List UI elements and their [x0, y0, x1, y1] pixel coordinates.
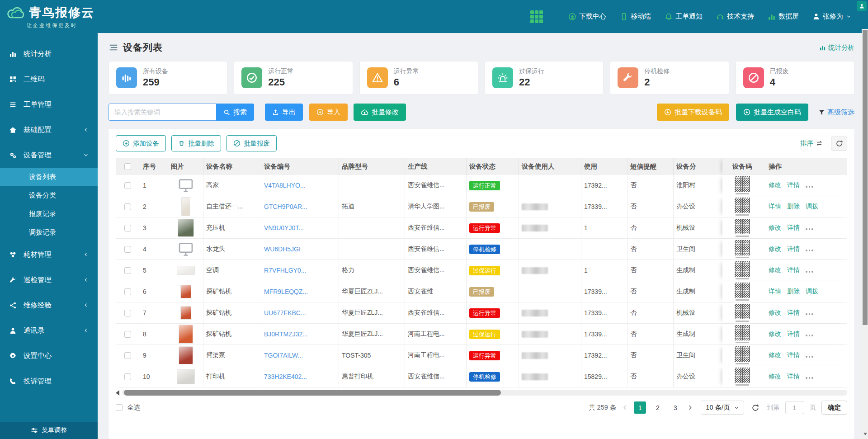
- page-button-1[interactable]: 1: [634, 401, 646, 414]
- action-edit-link[interactable]: 修改: [769, 351, 781, 359]
- action-more-button[interactable]: [806, 311, 813, 315]
- vertical-scrollbar[interactable]: [862, 29, 868, 439]
- action-detail-link[interactable]: 详情: [769, 288, 781, 296]
- row-checkbox[interactable]: [124, 182, 131, 189]
- row-checkbox[interactable]: [124, 225, 131, 231]
- action-more-button[interactable]: [806, 332, 813, 336]
- export-button[interactable]: 导出: [265, 104, 303, 121]
- row-checkbox[interactable]: [124, 352, 131, 359]
- action-edit-link[interactable]: 修改: [769, 266, 781, 274]
- confirm-button[interactable]: 确定: [821, 401, 847, 415]
- row-checkbox[interactable]: [124, 246, 131, 253]
- action-detail-link[interactable]: 详情: [769, 203, 781, 211]
- page-size-select[interactable]: 10 条/页: [701, 401, 744, 415]
- batch-scrap-button[interactable]: 批量报废: [226, 135, 277, 151]
- goto-page-input[interactable]: [785, 401, 804, 414]
- sidebar-item-stats[interactable]: 统计分析: [0, 41, 98, 66]
- sidebar-subitem-调拨记录[interactable]: 调拨记录: [0, 223, 98, 242]
- sidebar-item-experience[interactable]: 维修经验: [0, 293, 98, 318]
- header-nav-mobile[interactable]: 移动端: [620, 12, 651, 21]
- batch-delete-button[interactable]: 批量删除: [171, 135, 221, 151]
- action-detail-link[interactable]: 详情: [787, 330, 800, 338]
- action-delete-link[interactable]: 删除: [787, 203, 800, 211]
- action-edit-link[interactable]: 修改: [769, 373, 781, 381]
- page-button-2[interactable]: 2: [651, 401, 664, 414]
- batch-download-codes-button[interactable]: 批量下载设备码: [657, 104, 729, 121]
- horizontal-scrollbar-thumb[interactable]: [124, 390, 501, 396]
- qr-code-image[interactable]: [735, 283, 750, 301]
- qr-code-image[interactable]: [735, 304, 750, 322]
- action-edit-link[interactable]: 修改: [769, 224, 781, 232]
- action-more-button[interactable]: [806, 268, 813, 273]
- device-code-link[interactable]: VN9U0YJ0T...: [264, 224, 304, 231]
- qr-code-image[interactable]: [735, 346, 750, 364]
- action-detail-link[interactable]: 详情: [787, 309, 800, 317]
- device-code-link[interactable]: 733H2KE402...: [264, 373, 307, 380]
- scroll-left-arrow[interactable]: [116, 390, 119, 396]
- header-nav-order-notify[interactable]: 工单通知: [665, 12, 703, 21]
- scroll-down-arrow[interactable]: [863, 433, 867, 435]
- batch-generate-codes-button[interactable]: 批量生成空白码: [736, 104, 808, 121]
- search-button[interactable]: 搜索: [216, 104, 254, 121]
- device-code-link[interactable]: MFR9LEQQZ...: [264, 288, 308, 295]
- device-code-link[interactable]: TGOI7AILW...: [264, 352, 303, 359]
- qr-code-image[interactable]: [735, 368, 750, 386]
- action-edit-link[interactable]: 修改: [769, 330, 781, 338]
- refresh-pager-button[interactable]: [751, 404, 760, 412]
- row-checkbox[interactable]: [124, 373, 131, 380]
- row-checkbox[interactable]: [124, 203, 131, 210]
- row-checkbox[interactable]: [124, 331, 131, 338]
- sidebar-subitem-报废记录[interactable]: 报废记录: [0, 205, 98, 223]
- qr-code-image[interactable]: [735, 240, 750, 258]
- select-all-checkbox[interactable]: [116, 404, 123, 411]
- sidebar-item-orders[interactable]: 工单管理: [0, 92, 98, 117]
- device-code-link[interactable]: GTCH9P0AR...: [264, 203, 307, 210]
- sidebar-menu-adjust[interactable]: 菜单调整: [0, 422, 98, 439]
- action-edit-link[interactable]: 修改: [769, 245, 781, 253]
- sidebar-item-consumables[interactable]: 耗材管理: [0, 242, 98, 267]
- action-detail-link[interactable]: 详情: [787, 373, 800, 381]
- action-transfer-link[interactable]: 调拨: [806, 203, 818, 211]
- row-checkbox[interactable]: [124, 267, 131, 274]
- header-nav-download-center[interactable]: 下载中心: [568, 12, 606, 21]
- action-delete-link[interactable]: 删除: [787, 288, 800, 296]
- action-detail-link[interactable]: 详情: [787, 351, 800, 359]
- action-detail-link[interactable]: 详情: [787, 245, 800, 253]
- batch-edit-button[interactable]: 批量修改: [354, 104, 406, 121]
- sidebar-subitem-设备列表[interactable]: 设备列表: [0, 168, 98, 186]
- device-code-link[interactable]: R7VFHLGY0...: [264, 267, 306, 274]
- stats-analysis-link[interactable]: 统计分析: [819, 43, 854, 52]
- sidebar-item-inspection[interactable]: 巡检管理: [0, 267, 98, 293]
- action-more-button[interactable]: [806, 226, 813, 230]
- action-more-button[interactable]: [806, 247, 813, 251]
- header-nav-tech-support[interactable]: 技术支持: [716, 12, 754, 21]
- horizontal-scrollbar[interactable]: [116, 390, 847, 396]
- sidebar-item-qrcode[interactable]: 二维码: [0, 66, 98, 92]
- sidebar-item-base-config[interactable]: 基础配置: [0, 117, 98, 142]
- sidebar-item-devices[interactable]: 设备管理: [0, 142, 98, 168]
- device-code-link[interactable]: V4TA8LHYO...: [264, 182, 306, 189]
- user-menu[interactable]: 张修为: [812, 12, 852, 21]
- sort-link[interactable]: 排序: [800, 139, 823, 148]
- device-code-link[interactable]: UU677FKBC...: [264, 309, 306, 316]
- qr-code-image[interactable]: [735, 176, 750, 194]
- qr-code-image[interactable]: [735, 219, 750, 237]
- action-edit-link[interactable]: 修改: [769, 181, 781, 189]
- sidebar-item-complaints[interactable]: 投诉管理: [0, 368, 98, 394]
- advanced-filter-link[interactable]: 高级筛选: [818, 108, 854, 117]
- action-transfer-link[interactable]: 调拨: [806, 288, 818, 296]
- action-detail-link[interactable]: 详情: [787, 224, 800, 232]
- sidebar-item-contacts[interactable]: 通讯录: [0, 318, 98, 343]
- action-more-button[interactable]: [806, 374, 813, 379]
- refresh-table-button[interactable]: [831, 137, 847, 151]
- search-input[interactable]: [108, 104, 216, 121]
- header-nav-data-screen[interactable]: 数据屏: [768, 12, 799, 21]
- action-more-button[interactable]: [806, 183, 813, 188]
- browser-extension-badge[interactable]: [857, 1, 867, 11]
- qr-code-image[interactable]: [735, 198, 750, 216]
- action-detail-link[interactable]: 详情: [787, 266, 800, 274]
- prev-page-button[interactable]: [622, 404, 628, 411]
- row-checkbox[interactable]: [124, 310, 131, 316]
- row-checkbox[interactable]: [124, 288, 131, 295]
- action-more-button[interactable]: [806, 353, 813, 358]
